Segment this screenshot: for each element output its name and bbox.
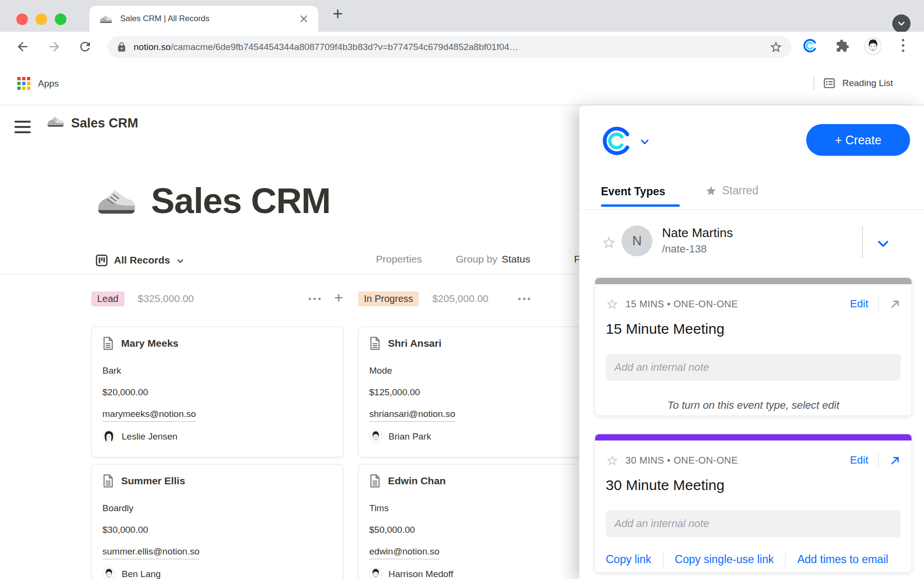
bookmarks-divider xyxy=(813,77,814,90)
user-row[interactable]: N Nate Martins /nate-138 xyxy=(579,216,924,269)
crm-card[interactable]: Edwin Chan Tims $50,000.00 edwin@notion.… xyxy=(358,464,579,579)
internal-note-input[interactable] xyxy=(606,510,901,537)
chevron-down-icon xyxy=(897,19,906,28)
reading-list-button[interactable]: Reading List xyxy=(823,77,893,89)
calendly-logo[interactable] xyxy=(599,124,634,158)
document-icon xyxy=(369,474,381,488)
star-outline-icon[interactable] xyxy=(601,235,616,250)
card-email-link[interactable]: marymeeks@notion.so xyxy=(102,408,196,422)
card-amount: $50,000.00 xyxy=(369,524,579,536)
column-menu-icon[interactable] xyxy=(309,298,321,300)
card-email-link[interactable]: edwin@notion.so xyxy=(369,545,439,559)
copy-link-button[interactable]: Copy link xyxy=(606,553,651,566)
browser-menu-icon[interactable] xyxy=(902,39,904,52)
star-filled-icon xyxy=(705,185,717,197)
tab-search-button[interactable] xyxy=(892,14,911,33)
event-meta: 15 MINS • ONE-ON-ONE xyxy=(625,299,738,310)
tab-event-types[interactable]: Event Types xyxy=(601,185,665,198)
new-tab-button[interactable]: + xyxy=(333,4,343,24)
chevron-down-icon[interactable] xyxy=(875,236,891,252)
browser-tab[interactable]: Sales CRM | All Records xyxy=(89,6,318,32)
filter-button-clipped[interactable]: F xyxy=(574,253,579,265)
card-name: Summer Ellis xyxy=(121,475,185,487)
copy-single-use-link-button[interactable]: Copy single-use link xyxy=(675,553,774,566)
card-email-link[interactable]: shriansari@notion.so xyxy=(369,408,455,422)
crm-card[interactable]: Shri Ansari Mode $125,000.00 shriansari@… xyxy=(358,327,579,457)
event-card-30min: 30 MINS • ONE-ON-ONE Edit 30 Minute Meet… xyxy=(595,434,912,573)
card-owner: Harrison Medoff xyxy=(369,567,579,579)
status-badge[interactable]: Lead xyxy=(91,291,125,306)
maximize-window-button[interactable] xyxy=(55,13,66,25)
group-by-value: Status xyxy=(501,253,530,264)
back-icon[interactable] xyxy=(15,39,30,54)
create-button[interactable]: + Create xyxy=(806,124,910,156)
group-by-button[interactable]: Group byStatus xyxy=(456,253,530,265)
window-controls xyxy=(16,13,66,25)
close-tab-icon[interactable] xyxy=(299,14,309,24)
links-divider xyxy=(663,552,663,566)
chevron-down-icon[interactable] xyxy=(639,136,650,148)
profile-avatar[interactable] xyxy=(864,38,882,55)
apps-label: Apps xyxy=(38,78,59,89)
tab-starred[interactable]: Starred xyxy=(705,184,758,197)
document-icon xyxy=(369,337,381,350)
external-link-icon[interactable] xyxy=(889,454,901,466)
minimize-window-button[interactable] xyxy=(36,13,47,25)
notion-page: Sales CRM Sales CRM All Records Properti… xyxy=(0,105,579,579)
add-times-to-email-button[interactable]: Add times to email xyxy=(797,553,888,566)
external-link-icon[interactable] xyxy=(889,298,901,310)
properties-button[interactable]: Properties xyxy=(376,253,422,265)
url-path: /camacme/6de9fb7454454344a8087709f4b3b83… xyxy=(171,42,518,52)
card-amount: $20,000.00 xyxy=(102,386,332,399)
active-tab-underline xyxy=(601,204,680,207)
url-bar[interactable]: notion.so/camacme/6de9fb7454454344a80877… xyxy=(108,36,791,58)
calendly-extension-icon[interactable] xyxy=(802,38,818,54)
card-amount: $125,000.00 xyxy=(369,386,579,399)
browser-window: Sales CRM | All Records + notion.so/cama… xyxy=(0,0,924,579)
edit-link[interactable]: Edit xyxy=(850,454,868,466)
bookmark-star-icon[interactable] xyxy=(769,40,783,54)
tab-title: Sales CRM | All Records xyxy=(120,14,299,24)
status-badge[interactable]: In Progress xyxy=(358,291,419,306)
column-menu-icon[interactable] xyxy=(518,298,530,300)
star-outline-icon[interactable] xyxy=(606,298,619,311)
extensions-puzzle-icon[interactable] xyxy=(836,39,849,53)
url-domain: notion.so xyxy=(134,42,171,52)
crm-card[interactable]: Summer Ellis Boardly $30,000.00 summer.e… xyxy=(91,464,343,579)
card-owner: Brian Park xyxy=(369,430,579,443)
edit-divider xyxy=(878,297,879,311)
card-email-link[interactable]: summer.ellis@notion.so xyxy=(102,545,200,559)
close-window-button[interactable] xyxy=(16,13,28,25)
column-header: In Progress $205,000.00 xyxy=(358,289,579,308)
tab-strip: Sales CRM | All Records + xyxy=(0,0,924,32)
group-by-label: Group by xyxy=(456,253,497,264)
links-divider xyxy=(785,552,786,566)
card-company: Bark xyxy=(102,365,332,377)
page-heading: Sales CRM xyxy=(95,180,330,221)
bookmarks-bar: Apps Reading List xyxy=(0,63,924,105)
hamburger-menu-icon[interactable] xyxy=(14,121,31,137)
chevron-down-icon xyxy=(176,257,185,265)
internal-note-input[interactable] xyxy=(606,354,901,381)
edit-link[interactable]: Edit xyxy=(850,298,868,310)
add-card-icon[interactable]: + xyxy=(334,290,343,305)
card-name: Edwin Chan xyxy=(388,475,446,487)
reload-icon[interactable] xyxy=(78,39,92,54)
sneaker-page-icon xyxy=(46,114,64,128)
column-header: Lead $325,000.00 + xyxy=(91,289,343,308)
toolbar-divider xyxy=(0,274,579,274)
board-view-icon xyxy=(95,254,108,267)
card-name: Mary Meeks xyxy=(121,338,178,349)
apps-shortcut[interactable]: Apps xyxy=(17,77,59,90)
crm-card[interactable]: Mary Meeks Bark $20,000.00 marymeeks@not… xyxy=(91,327,343,457)
document-icon xyxy=(102,337,114,350)
topbar-page-title[interactable]: Sales CRM xyxy=(71,116,138,131)
star-outline-icon[interactable] xyxy=(606,454,619,467)
column-in-progress: In Progress $205,000.00 Shri Ansari Mode… xyxy=(358,289,579,579)
view-toolbar: All Records Properties Group byStatus F xyxy=(0,250,579,271)
edit-divider xyxy=(878,453,879,467)
column-total: $325,000.00 xyxy=(138,293,194,304)
forward-icon[interactable] xyxy=(47,39,62,54)
view-selector[interactable]: All Records xyxy=(95,250,185,271)
owner-name: Brian Park xyxy=(388,430,431,443)
